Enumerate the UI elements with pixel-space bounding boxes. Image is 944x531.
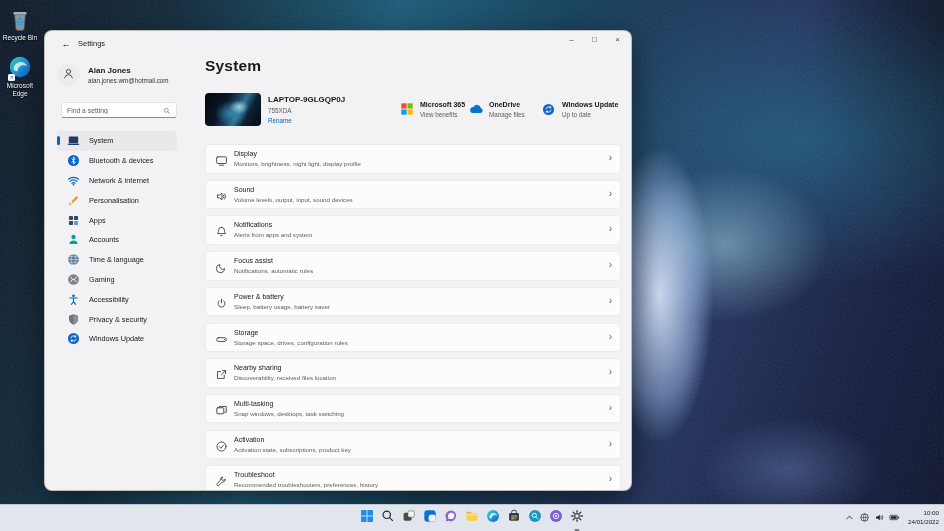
settings-gear-icon [570, 509, 584, 527]
settings-card-title: Multi-tasking [234, 400, 273, 407]
pinned-teal-icon [528, 509, 542, 527]
taskbar-pinned-search-app-button[interactable] [528, 505, 542, 531]
taskbar-settings-button[interactable] [570, 505, 584, 531]
status-text: OneDriveManage files [489, 101, 525, 118]
chevron-right-icon: › [609, 438, 612, 449]
tray-date: 24/01/2022 [908, 518, 939, 527]
pinned-purple-icon [549, 509, 563, 527]
desktop-icon-label: Recycle Bin [3, 34, 37, 42]
maximize-button[interactable]: □ [583, 31, 606, 48]
taskbar-task-view-button[interactable] [402, 505, 416, 531]
settings-card-notifications[interactable]: NotificationsAlerts from apps and system… [205, 215, 621, 245]
chevron-right-icon: › [609, 366, 612, 377]
taskbar-chat-button[interactable] [444, 505, 458, 531]
sidebar-item-privacy-security[interactable]: Privacy & security [57, 309, 177, 329]
settings-card-multi-tasking[interactable]: Multi-taskingSnap windows, desktops, tas… [205, 394, 621, 424]
privacy-icon [67, 313, 80, 326]
sound-icon [215, 189, 228, 202]
sidebar-item-label: System [89, 136, 113, 145]
chevron-right-icon: › [609, 295, 612, 306]
search-icon[interactable] [163, 101, 171, 119]
search-input[interactable] [67, 107, 163, 114]
bluetooth-icon [67, 154, 80, 167]
status-text: Microsoft 365View benefits [420, 101, 465, 118]
window-title: Settings [78, 39, 105, 48]
sidebar-item-label: Accounts [89, 235, 119, 244]
settings-card-title: Sound [234, 186, 254, 193]
minimize-button[interactable]: – [560, 31, 583, 48]
settings-card-subtitle: Sleep, battery usage, battery saver [234, 303, 330, 310]
settings-card-subtitle: Storage space, drives, configuration rul… [234, 339, 348, 346]
settings-card-title: Display [234, 150, 257, 157]
sidebar-item-label: Bluetooth & devices [89, 156, 154, 165]
chevron-up-icon [844, 509, 855, 527]
widgets-icon [423, 509, 437, 527]
troubleshoot-icon [215, 474, 228, 487]
settings-card-title: Focus assist [234, 257, 273, 264]
settings-card-troubleshoot[interactable]: TroubleshootRecommended troubleshooters,… [205, 465, 621, 491]
taskbar-edge-button[interactable] [486, 505, 500, 531]
taskbar-start-button[interactable] [360, 505, 374, 531]
status-title: Microsoft 365 [420, 101, 465, 108]
taskbar-search-icon [381, 509, 395, 527]
sidebar-item-windows-update[interactable]: Windows Update [57, 329, 177, 349]
status-microsoft-365[interactable]: Microsoft 365View benefits [400, 101, 465, 118]
rename-link[interactable]: Rename [268, 117, 292, 124]
sidebar-item-accounts[interactable]: Accounts [57, 230, 177, 250]
back-button[interactable]: ← [57, 37, 75, 51]
settings-card-power-battery[interactable]: Power & batterySleep, battery usage, bat… [205, 287, 621, 317]
sidebar-item-label: Personalisation [89, 196, 139, 205]
settings-card-display[interactable]: DisplayMonitors, brightness, night light… [205, 144, 621, 174]
battery-status[interactable] [889, 513, 900, 524]
tray-overflow[interactable] [844, 513, 855, 524]
sidebar-item-time-language[interactable]: Time & language [57, 250, 177, 270]
battery-icon [889, 509, 900, 527]
settings-card-nearby-sharing[interactable]: Nearby sharingDiscoverability, received … [205, 358, 621, 388]
sidebar-item-network-internet[interactable]: Network & internet [57, 171, 177, 191]
windows-update-icon [67, 332, 80, 345]
chevron-right-icon: › [609, 473, 612, 484]
settings-card-activation[interactable]: ActivationActivation state, subscription… [205, 430, 621, 460]
status-onedrive[interactable]: OneDriveManage files [469, 101, 525, 118]
sidebar-item-accessibility[interactable]: Accessibility [57, 289, 177, 309]
chevron-right-icon: › [609, 152, 612, 163]
status-text: Windows UpdateUp to date [562, 101, 618, 118]
sidebar-item-label: Network & internet [89, 176, 149, 185]
apps-icon [67, 214, 80, 227]
sidebar-item-bluetooth-devices[interactable]: Bluetooth & devices [57, 151, 177, 171]
settings-card-storage[interactable]: StorageStorage space, drives, configurat… [205, 323, 621, 353]
taskbar-microsoft-store-button[interactable] [507, 505, 521, 531]
task-view-icon [402, 509, 416, 527]
sidebar-item-system[interactable]: System [57, 131, 177, 151]
avatar[interactable] [57, 63, 80, 86]
taskbar-file-explorer-button[interactable] [465, 505, 479, 531]
clock[interactable]: 10:00 24/01/2022 [908, 509, 939, 526]
sidebar-item-gaming[interactable]: Gaming [57, 270, 177, 290]
time-language-icon [67, 253, 80, 266]
sidebar-item-personalisation[interactable]: Personalisation [57, 190, 177, 210]
volume-status[interactable] [874, 513, 885, 524]
page-title: System [205, 57, 261, 75]
close-button[interactable]: × [606, 31, 629, 48]
profile-name: Alan Jones [88, 66, 131, 75]
desktop-icon-recycle-bin[interactable]: Recycle Bin [0, 6, 40, 42]
settings-card-focus-assist[interactable]: Focus assistNotifications, automatic rul… [205, 251, 621, 281]
status-windows-update[interactable]: Windows UpdateUp to date [542, 101, 618, 118]
network-status[interactable] [859, 513, 870, 524]
file-explorer-icon [465, 509, 479, 527]
sidebar-item-apps[interactable]: Apps [57, 210, 177, 230]
volume-icon [874, 509, 885, 527]
taskbar: 10:00 24/01/2022 [0, 504, 944, 531]
desktop-icon-microsoft-edge[interactable]: Microsoft Edge [0, 54, 40, 98]
focus-assist-icon [215, 260, 228, 273]
system-tray: 10:00 24/01/2022 [844, 505, 939, 531]
sidebar-item-label: Accessibility [89, 295, 129, 304]
settings-card-sound[interactable]: SoundVolume levels, output, input, sound… [205, 180, 621, 210]
shortcut-arrow-icon [8, 74, 15, 81]
taskbar-search-button[interactable] [381, 505, 395, 531]
multitasking-icon [215, 403, 228, 416]
sidebar-item-label: Privacy & security [89, 315, 147, 324]
taskbar-pinned-purple-app-button[interactable] [549, 505, 563, 531]
chat-icon [444, 509, 458, 527]
taskbar-widgets-button[interactable] [423, 505, 437, 531]
